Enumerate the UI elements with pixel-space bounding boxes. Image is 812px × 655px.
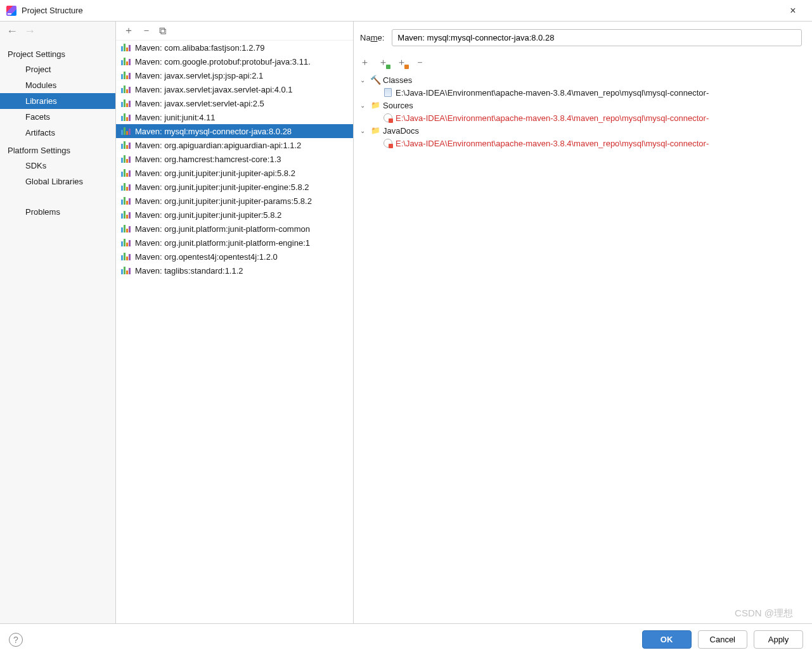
- library-item[interactable]: Maven: org.junit.jupiter:junit-jupiter-p…: [116, 194, 353, 208]
- libraries-panel: ＋ － ⧉ Maven: com.alibaba:fastjson:1.2.79…: [116, 22, 354, 623]
- chevron-down-icon[interactable]: ⌄: [360, 127, 369, 134]
- add-classes-icon[interactable]: ＋: [378, 56, 388, 68]
- tree-section-sources[interactable]: ⌄📁Sources: [360, 99, 806, 111]
- sidebar-item-global-libraries[interactable]: Global Libraries: [0, 174, 115, 189]
- library-item[interactable]: Maven: org.junit.jupiter:junit-jupiter-a…: [116, 166, 353, 180]
- library-label: Maven: org.hamcrest:hamcrest-core:1.3: [135, 155, 281, 164]
- name-row: Name:: [354, 22, 812, 53]
- sidebar-item-artifacts[interactable]: Artifacts: [0, 125, 115, 141]
- library-label: Maven: javax.servlet.jsp:jsp-api:2.1: [135, 71, 263, 80]
- ok-button[interactable]: OK: [642, 630, 692, 649]
- tree-path: E:\Java-IDEA\Environment\apache-maven-3.…: [396, 113, 709, 123]
- tree-path-row[interactable]: E:\Java-IDEA\Environment\apache-maven-3.…: [360, 137, 806, 149]
- remove-root-icon[interactable]: －: [415, 56, 425, 68]
- roots-tree: ⌄🔨ClassesE:\Java-IDEA\Environment\apache…: [354, 72, 812, 151]
- globe-icon: [383, 138, 393, 148]
- apply-button[interactable]: Apply: [754, 630, 803, 649]
- library-item[interactable]: Maven: org.junit.jupiter:junit-jupiter-e…: [116, 180, 353, 194]
- sidebar-item-libraries[interactable]: Libraries: [0, 93, 115, 109]
- copy-icon[interactable]: ⧉: [159, 25, 166, 37]
- titlebar: Project Structure ×: [0, 0, 812, 22]
- sidebar-item-sdks[interactable]: SDKs: [0, 158, 115, 174]
- remove-icon[interactable]: －: [141, 24, 151, 37]
- add-sources-icon[interactable]: ＋: [397, 56, 406, 68]
- tree-section-classes[interactable]: ⌄🔨Classes: [360, 73, 806, 86]
- library-icon: [121, 42, 131, 53]
- add-icon[interactable]: ＋: [124, 24, 134, 37]
- library-item[interactable]: Maven: org.hamcrest:hamcrest-core:1.3: [116, 152, 353, 166]
- details-panel: Name: ＋ ＋ ＋ － ⌄🔨ClassesE:\Java-IDEA\Envi…: [354, 22, 812, 623]
- library-item[interactable]: Maven: javax.servlet:servlet-api:2.5: [116, 96, 353, 110]
- help-icon[interactable]: ?: [9, 633, 23, 647]
- library-icon: [121, 56, 131, 67]
- close-icon[interactable]: ×: [780, 5, 806, 16]
- sidebar-heading-project: Project Settings: [0, 44, 115, 61]
- sidebar-item-facets[interactable]: Facets: [0, 109, 115, 125]
- library-item[interactable]: Maven: mysql:mysql-connector-java:8.0.28: [116, 124, 353, 138]
- library-item[interactable]: Maven: com.alibaba:fastjson:1.2.79: [116, 41, 353, 54]
- library-icon: [121, 196, 131, 206]
- tree-section-javadocs[interactable]: ⌄📁JavaDocs: [360, 124, 806, 137]
- back-icon[interactable]: ←: [6, 25, 18, 38]
- library-icon: [121, 210, 131, 220]
- library-icon: [121, 126, 131, 136]
- library-label: Maven: mysql:mysql-connector-java:8.0.28: [135, 127, 292, 136]
- library-item[interactable]: Maven: org.apiguardian:apiguardian-api:1…: [116, 138, 353, 152]
- add-root-icon[interactable]: ＋: [360, 56, 370, 68]
- app-icon: [6, 6, 16, 16]
- library-icon: [121, 168, 131, 178]
- window-title: Project Structure: [22, 6, 780, 15]
- library-icon: [121, 251, 131, 262]
- jar-icon: [383, 87, 393, 98]
- cancel-button[interactable]: Cancel: [698, 630, 747, 649]
- sidebar-item-project[interactable]: Project: [0, 61, 115, 77]
- name-label: Name:: [360, 33, 384, 42]
- library-icon: [121, 70, 131, 80]
- library-icon: [121, 112, 131, 122]
- libraries-toolbar: ＋ － ⧉: [116, 22, 353, 41]
- main-area: ← → Project Settings ProjectModulesLibra…: [0, 22, 812, 623]
- library-item[interactable]: Maven: junit:junit:4.11: [116, 110, 353, 124]
- library-label: Maven: taglibs:standard:1.1.2: [135, 266, 243, 276]
- library-label: Maven: junit:junit:4.11: [135, 113, 215, 122]
- name-input[interactable]: [392, 29, 802, 46]
- tree-section-label: Classes: [383, 75, 412, 85]
- library-label: Maven: org.junit.jupiter:junit-jupiter:5…: [135, 210, 281, 220]
- library-icon: [121, 265, 131, 276]
- library-item[interactable]: Maven: org.opentest4j:opentest4j:1.2.0: [116, 250, 353, 264]
- library-label: Maven: org.junit.jupiter:junit-jupiter-a…: [135, 169, 295, 178]
- sidebar-item-modules[interactable]: Modules: [0, 77, 115, 93]
- chevron-down-icon[interactable]: ⌄: [360, 77, 369, 84]
- library-item[interactable]: Maven: javax.servlet.jsp:jsp-api:2.1: [116, 68, 353, 82]
- library-label: Maven: org.junit.jupiter:junit-jupiter-e…: [135, 182, 309, 192]
- library-label: Maven: org.junit.platform:junit-platform…: [135, 238, 310, 248]
- details-toolbar: ＋ ＋ ＋ －: [354, 53, 812, 72]
- tree-path-row[interactable]: E:\Java-IDEA\Environment\apache-maven-3.…: [360, 111, 806, 124]
- library-label: Maven: com.google.protobuf:protobuf-java…: [135, 57, 311, 67]
- library-icon: [121, 84, 131, 94]
- chevron-down-icon[interactable]: ⌄: [360, 102, 369, 109]
- folder-icon: 📁: [370, 125, 380, 136]
- library-item[interactable]: Maven: org.junit.platform:junit-platform…: [116, 236, 353, 250]
- library-item[interactable]: Maven: org.junit.platform:junit-platform…: [116, 222, 353, 236]
- library-label: Maven: com.alibaba:fastjson:1.2.79: [135, 43, 265, 53]
- library-label: Maven: org.junit.jupiter:junit-jupiter-p…: [135, 196, 312, 206]
- folder-icon: 📁: [370, 100, 380, 110]
- library-item[interactable]: Maven: com.google.protobuf:protobuf-java…: [116, 54, 353, 68]
- sidebar: ← → Project Settings ProjectModulesLibra…: [0, 22, 116, 623]
- tree-path: E:\Java-IDEA\Environment\apache-maven-3.…: [396, 88, 709, 98]
- globe-icon: [383, 113, 393, 123]
- tree-path: E:\Java-IDEA\Environment\apache-maven-3.…: [396, 139, 709, 148]
- library-item[interactable]: Maven: javax.servlet:javax.servlet-api:4…: [116, 82, 353, 96]
- tree-path-row[interactable]: E:\Java-IDEA\Environment\apache-maven-3.…: [360, 86, 806, 99]
- sidebar-item-problems[interactable]: Problems: [0, 201, 115, 220]
- sidebar-list: Project Settings ProjectModulesLibraries…: [0, 41, 115, 623]
- forward-icon[interactable]: →: [24, 25, 35, 38]
- library-label: Maven: javax.servlet:servlet-api:2.5: [135, 99, 264, 108]
- libraries-list: Maven: com.alibaba:fastjson:1.2.79Maven:…: [116, 41, 353, 623]
- library-item[interactable]: Maven: taglibs:standard:1.1.2: [116, 264, 353, 277]
- library-icon: [121, 224, 131, 234]
- hammer-icon: 🔨: [370, 75, 380, 85]
- nav-arrows: ← →: [0, 22, 115, 41]
- library-item[interactable]: Maven: org.junit.jupiter:junit-jupiter:5…: [116, 208, 353, 222]
